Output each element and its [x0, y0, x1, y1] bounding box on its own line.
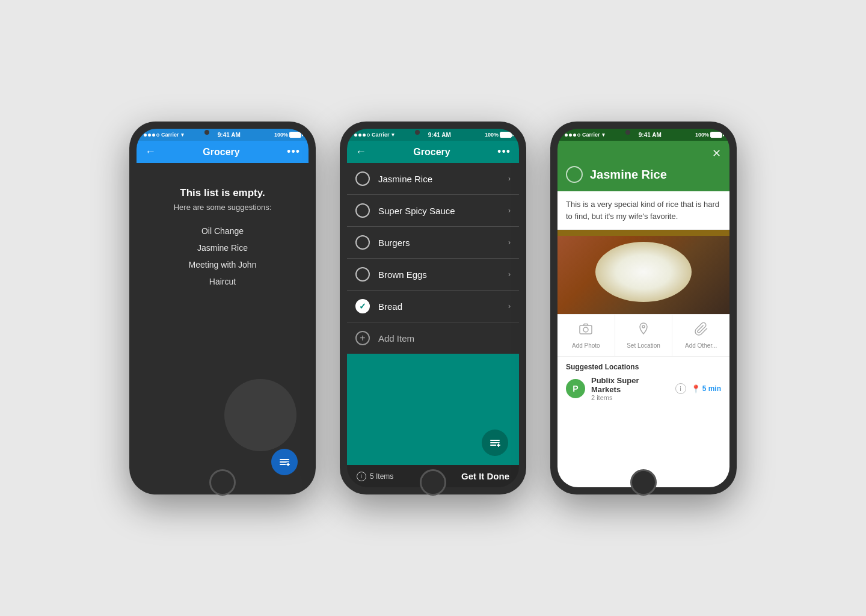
detail-item-checkbox[interactable]: [566, 166, 583, 183]
phone1-suggestion-0[interactable]: Oil Change: [201, 226, 244, 236]
p2dot2: [358, 134, 361, 137]
phone1-more-button[interactable]: •••: [287, 146, 300, 158]
pin-icon: 📍: [691, 384, 701, 393]
add-other-button[interactable]: Add Other...: [672, 315, 729, 356]
phone1-carrier-text: Carrier: [161, 132, 179, 138]
chevron-bread: ›: [508, 302, 511, 310]
phone2-status-bar: Carrier ▾ 9:41 AM 100%: [347, 129, 519, 141]
phone3-carrier-text: Carrier: [582, 132, 600, 138]
svg-point-14: [642, 325, 645, 328]
phone3-battery-icon: [710, 132, 722, 138]
checkbox-burgers[interactable]: [355, 235, 370, 250]
list-item-brown-eggs[interactable]: Brown Eggs ›: [347, 259, 519, 291]
phone3-time: 9:41 AM: [639, 132, 662, 138]
store-meta: i 📍 5 min: [675, 383, 721, 394]
detail-item-title: Jasmine Rice: [590, 168, 667, 182]
phone1-suggestion-1[interactable]: Jasmine Rice: [197, 243, 248, 253]
phone1-home-button[interactable]: [209, 469, 236, 496]
publix-store-info: Publix Super Markets 2 items: [591, 376, 669, 401]
phone1-battery-fill: [290, 132, 301, 137]
phone3-wifi-icon: ▾: [602, 132, 605, 138]
publix-icon: P: [566, 379, 585, 398]
phone3-header-top: ✕: [566, 147, 721, 160]
store-info-button[interactable]: i: [675, 383, 686, 394]
phone2-battery-icon: [500, 132, 512, 138]
phone1-empty-title: This list is empty.: [180, 187, 265, 199]
p3dot4: [577, 134, 580, 137]
svg-rect-12: [580, 325, 592, 334]
item-text-brown-eggs: Brown Eggs: [378, 270, 508, 280]
store-items-count: 2 items: [591, 394, 669, 401]
p2dot1: [354, 134, 357, 137]
dot2: [148, 134, 151, 137]
phone2-carrier: Carrier ▾: [354, 132, 395, 138]
p3dot2: [569, 134, 572, 137]
distance-text: 5 min: [702, 384, 721, 393]
phone2-back-button[interactable]: ←: [355, 146, 366, 158]
item-text-bread: Bread: [378, 301, 508, 312]
chevron-brown-eggs: ›: [508, 270, 511, 279]
dot3: [152, 134, 155, 137]
phone-2: Carrier ▾ 9:41 AM 100% ← Grocery •••: [340, 122, 526, 494]
phone2-carrier-text: Carrier: [372, 132, 390, 138]
add-photo-button[interactable]: Add Photo: [557, 315, 615, 356]
phone1-fab-button[interactable]: [271, 449, 298, 475]
phone2-wifi-icon: ▾: [392, 132, 395, 138]
location-icon: [636, 322, 651, 340]
set-location-button[interactable]: Set Location: [615, 315, 673, 356]
list-item-spicy-sauce[interactable]: Super Spicy Sauce ›: [347, 195, 519, 227]
phone1-battery-text: 100%: [274, 132, 288, 138]
list-item-jasmine-rice[interactable]: Jasmine Rice ›: [347, 163, 519, 195]
store-distance: 📍 5 min: [691, 384, 721, 393]
svg-rect-11: [497, 445, 500, 446]
add-item-icon: +: [355, 331, 370, 345]
item-text-spicy-sauce: Super Spicy Sauce: [378, 206, 508, 216]
phone2-battery: 100%: [485, 132, 512, 138]
phone2-time: 9:41 AM: [428, 132, 451, 138]
phone2-items-count: 5 Items: [370, 472, 393, 481]
detail-actions-row: Add Photo Set Location: [557, 314, 729, 357]
svg-point-13: [583, 327, 588, 332]
phone3-detail-body: This is a very special kind of rice that…: [557, 191, 729, 487]
phone3-home-button[interactable]: [630, 469, 657, 496]
info-icon[interactable]: i: [357, 472, 366, 481]
add-other-label: Add Other...: [685, 342, 717, 349]
list-item-burgers[interactable]: Burgers ›: [347, 227, 519, 259]
phone-1-screen: Carrier ▾ 9:41 AM 100% ← Grocery •••: [137, 129, 309, 487]
svg-rect-5: [286, 464, 290, 465]
phone2-battery-text: 100%: [485, 132, 499, 138]
svg-rect-6: [490, 440, 500, 441]
p3dot3: [573, 134, 576, 137]
phone1-circle-bg: [224, 379, 296, 451]
item-text-burgers: Burgers: [378, 238, 508, 248]
phone1-suggestion-2[interactable]: Meeting with John: [189, 260, 257, 270]
checkbox-spicy-sauce[interactable]: [355, 203, 370, 218]
checkbox-jasmine-rice[interactable]: [355, 171, 370, 186]
close-button[interactable]: ✕: [712, 147, 721, 160]
phone1-back-button[interactable]: ←: [145, 146, 156, 158]
rice-bowl-graphic: [557, 230, 729, 314]
detail-note-text: This is a very special kind of rice that…: [557, 191, 729, 230]
phone1-time: 9:41 AM: [218, 132, 241, 138]
get-it-done-button[interactable]: Get It Done: [461, 471, 509, 481]
phone2-more-button[interactable]: •••: [497, 146, 511, 158]
phone1-empty-subtitle: Here are some suggestions:: [174, 203, 272, 212]
list-item-bread[interactable]: ✓ Bread ›: [347, 291, 519, 322]
phone3-detail-header: ✕ Jasmine Rice: [557, 141, 729, 191]
phone3-battery-text: 100%: [695, 132, 709, 138]
suggested-locations-section: Suggested Locations P Publix Super Marke…: [557, 357, 729, 407]
phone1-wifi-icon: ▾: [181, 132, 184, 138]
publix-location-row[interactable]: P Publix Super Markets 2 items i 📍 5 min: [566, 376, 721, 401]
phone3-signal: [565, 134, 580, 137]
add-item-row[interactable]: + Add Item: [347, 322, 519, 354]
phone2-home-button[interactable]: [420, 469, 446, 496]
checkbox-brown-eggs[interactable]: [355, 267, 370, 282]
phone3-battery: 100%: [695, 132, 722, 138]
phone1-suggestion-3[interactable]: Haircut: [209, 277, 236, 286]
phone1-fab-icon: [278, 456, 290, 468]
checkbox-bread[interactable]: ✓: [355, 299, 370, 313]
phone2-fab-button[interactable]: [482, 430, 508, 456]
phone2-nav-title: Grocery: [413, 147, 450, 158]
set-location-label: Set Location: [627, 342, 660, 349]
phone1-battery: 100%: [274, 132, 301, 138]
